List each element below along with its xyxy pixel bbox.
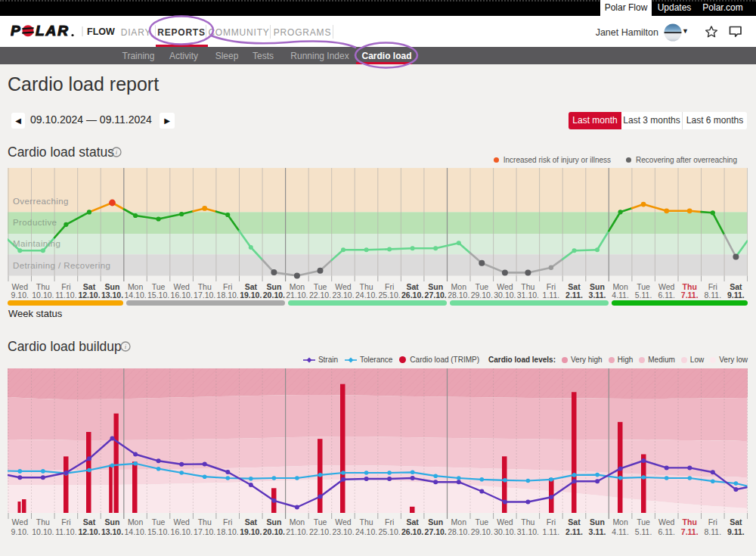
svg-text:i: i (116, 148, 118, 156)
svg-text:i: i (125, 343, 127, 350)
